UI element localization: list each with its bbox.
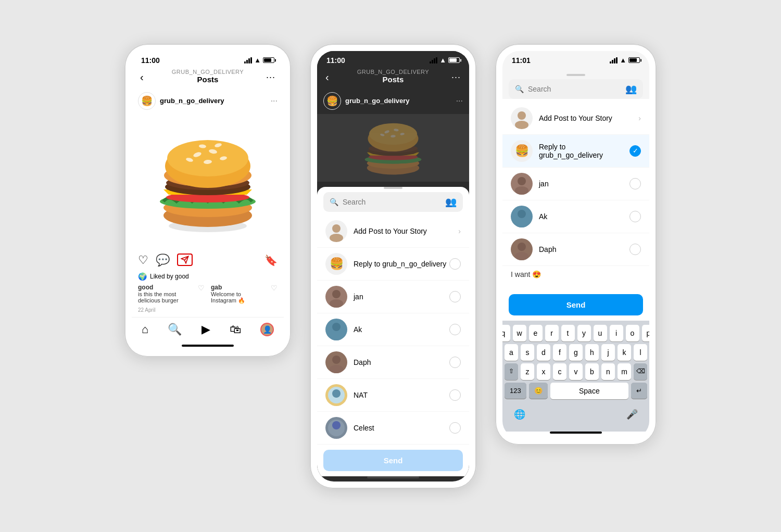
- shop-nav-icon-1[interactable]: 🛍: [230, 323, 241, 336]
- username-2[interactable]: grub_n_go_delivery: [345, 97, 456, 105]
- kb-n[interactable]: n: [601, 363, 615, 380]
- kb-w[interactable]: w: [513, 325, 526, 341]
- reply-option-3[interactable]: 🍔 Reply to grub_n_go_delivery ✓: [502, 135, 649, 168]
- kb-y[interactable]: y: [577, 325, 591, 341]
- radio-celest-2[interactable]: [449, 422, 461, 434]
- add-story-option-2[interactable]: Add Post to Your Story ›: [317, 215, 469, 248]
- radio-nat-2[interactable]: [449, 389, 461, 401]
- kb-123[interactable]: 123: [505, 383, 526, 399]
- search-input-2[interactable]: [343, 198, 441, 206]
- radio-daph-3[interactable]: [629, 244, 641, 255]
- kb-e[interactable]: e: [529, 325, 543, 341]
- bookmark-button-1[interactable]: 🔖: [264, 254, 278, 267]
- svg-point-26: [369, 123, 417, 144]
- radio-ak-2[interactable]: [449, 324, 461, 335]
- reply-option-2[interactable]: 🍔 Reply to grub_n_go_delivery: [317, 248, 469, 281]
- contact-ak-3[interactable]: Ak: [502, 200, 649, 233]
- likes-emoji-1: 🌍: [138, 272, 147, 281]
- contact-daph-2[interactable]: Daph: [317, 346, 469, 379]
- kb-emoji[interactable]: 😊: [529, 383, 548, 399]
- radio-jan-3[interactable]: [629, 178, 641, 189]
- celest-label-2: Celest: [354, 424, 449, 432]
- home-nav-icon-1[interactable]: ⌂: [142, 323, 148, 336]
- kb-k[interactable]: k: [618, 344, 631, 361]
- kb-globe[interactable]: 🌐: [509, 404, 531, 424]
- radio-daph-2[interactable]: [449, 357, 461, 368]
- username-1[interactable]: grub_n_go_delivery: [160, 97, 271, 105]
- kb-t[interactable]: t: [561, 325, 575, 341]
- kb-o[interactable]: o: [626, 325, 639, 341]
- reply-label-2: Reply to grub_n_go_delivery: [354, 260, 449, 268]
- search-bar-2[interactable]: 🔍 👥: [323, 192, 463, 212]
- kb-g[interactable]: g: [569, 344, 583, 361]
- kb-f[interactable]: f: [553, 344, 566, 361]
- kb-row-3: ⇧ z x c v b n m ⌫: [505, 363, 647, 380]
- likes-text-1: Liked by good: [150, 273, 189, 280]
- kb-mic[interactable]: 🎤: [621, 404, 643, 424]
- add-story-option-3[interactable]: Add Post to Your Story ›: [502, 102, 649, 135]
- wifi-icon-1: ▲: [254, 56, 261, 64]
- kb-d[interactable]: d: [537, 344, 550, 361]
- radio-reply-3[interactable]: ✓: [629, 145, 641, 157]
- svg-point-35: [330, 299, 343, 308]
- reels-nav-icon-1[interactable]: ▶: [201, 323, 210, 336]
- kb-r[interactable]: r: [545, 325, 559, 341]
- contact-celest-2[interactable]: Celest: [317, 412, 469, 445]
- message-input-area-3: I want 😍: [502, 266, 649, 289]
- kb-space[interactable]: Space: [550, 383, 628, 399]
- kb-s[interactable]: s: [521, 344, 534, 361]
- kb-x[interactable]: x: [537, 363, 550, 380]
- search-bar-3[interactable]: 🔍 👥: [509, 79, 643, 99]
- comment-button-1[interactable]: 💬: [156, 254, 170, 267]
- kb-h[interactable]: h: [585, 344, 599, 361]
- nav-title-2: Posts: [325, 75, 461, 84]
- kb-return[interactable]: ↵: [631, 383, 647, 399]
- kb-m[interactable]: m: [618, 363, 631, 380]
- kb-c[interactable]: c: [553, 363, 566, 380]
- radio-jan-2[interactable]: [449, 291, 461, 302]
- post-menu-2[interactable]: ···: [456, 96, 463, 106]
- profile-nav-icon-1[interactable]: 👤: [260, 323, 274, 336]
- share-icon-box-1: [177, 254, 193, 266]
- kb-l[interactable]: l: [634, 344, 647, 361]
- search-icon-3: 🔍: [515, 85, 524, 93]
- kb-delete[interactable]: ⌫: [634, 363, 647, 380]
- kb-z[interactable]: z: [521, 363, 534, 380]
- add-people-icon-3[interactable]: 👥: [625, 83, 637, 95]
- kb-i[interactable]: i: [610, 325, 623, 341]
- more-button-1[interactable]: ···: [266, 72, 275, 83]
- like-button-1[interactable]: ♡: [138, 254, 148, 267]
- contact-daph-3[interactable]: Daph: [502, 233, 649, 266]
- sheet-handle-2: [384, 187, 402, 189]
- svg-point-51: [515, 252, 528, 260]
- kb-u[interactable]: u: [594, 325, 607, 341]
- search-input-3[interactable]: [528, 85, 621, 93]
- share-button-1[interactable]: [177, 254, 193, 267]
- contact-nat-2[interactable]: NAT: [317, 379, 469, 412]
- radio-reply-2[interactable]: [449, 258, 461, 270]
- svg-point-44: [518, 111, 526, 120]
- post-menu-1[interactable]: ···: [271, 96, 278, 106]
- contact-jan-2[interactable]: jan: [317, 281, 469, 313]
- radio-ak-3[interactable]: [629, 211, 641, 222]
- svg-point-39: [330, 365, 343, 373]
- send-button-3[interactable]: Send: [509, 294, 643, 315]
- more-button-2[interactable]: ···: [451, 72, 461, 83]
- search-nav-icon-1[interactable]: 🔍: [168, 323, 182, 336]
- kb-shift[interactable]: ⇧: [505, 363, 518, 380]
- add-people-icon-2[interactable]: 👥: [445, 196, 457, 208]
- caption-area-1: good is this the most delicious burger ♡…: [132, 283, 284, 306]
- kb-p[interactable]: p: [642, 325, 650, 341]
- back-button-2[interactable]: ‹: [325, 71, 329, 83]
- caption-heart2-1: ♡: [271, 284, 278, 304]
- send-button-2[interactable]: Send: [323, 450, 463, 471]
- ak-label-2: Ak: [354, 325, 449, 334]
- kb-b[interactable]: b: [585, 363, 599, 380]
- back-button-1[interactable]: ‹: [140, 71, 144, 83]
- contact-jan-3[interactable]: jan: [502, 168, 649, 200]
- kb-a[interactable]: a: [505, 344, 518, 361]
- kb-q[interactable]: q: [502, 325, 510, 341]
- kb-v[interactable]: v: [569, 363, 583, 380]
- kb-j[interactable]: j: [601, 344, 615, 361]
- contact-ak-2[interactable]: Ak: [317, 313, 469, 346]
